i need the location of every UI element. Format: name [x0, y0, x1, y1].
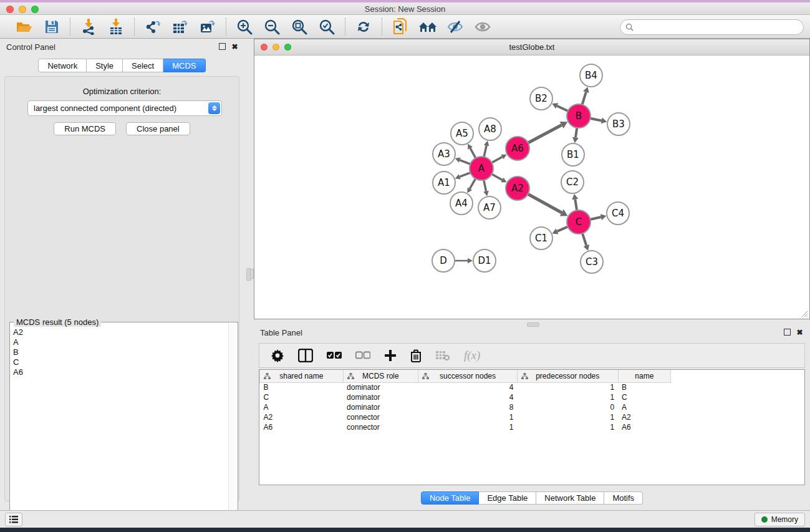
zoom-in-icon[interactable] [235, 17, 254, 36]
graph-node-C4[interactable]: C4 [607, 202, 629, 225]
graph-node-B2[interactable]: B2 [530, 87, 552, 110]
table-cell[interactable]: 1 [418, 422, 518, 432]
resize-grip-icon[interactable] [801, 310, 808, 317]
column-header-name[interactable]: name [618, 370, 670, 382]
table-cell[interactable]: 1 [517, 392, 618, 402]
table-cell[interactable]: 1 [418, 412, 518, 422]
tab-mcds[interactable]: MCDS [163, 59, 205, 72]
table-cell[interactable]: 8 [418, 402, 518, 412]
graph-node-A2[interactable]: A2 [506, 177, 529, 200]
mcds-result-item[interactable]: A6 [13, 367, 226, 377]
table-cell[interactable]: A [260, 402, 344, 412]
table-cell[interactable]: A6 [260, 422, 344, 432]
graph-node-A1[interactable]: A1 [433, 172, 455, 194]
first-neighbors-icon[interactable] [418, 17, 437, 36]
zoom-fit-icon[interactable] [290, 17, 309, 36]
graph-node-A8[interactable]: A8 [479, 118, 501, 140]
graph-node-A3[interactable]: A3 [433, 143, 455, 165]
graph-node-A4[interactable]: A4 [450, 192, 473, 215]
tab-style[interactable]: Style [87, 59, 123, 72]
table-cell[interactable]: A2 [618, 412, 670, 422]
network-graph-canvas[interactable]: B4B2BB3A8A5A6A3B1AA1C2A2A4A7C4CC1C3DD1 [255, 56, 809, 319]
delete-table-icon[interactable] [435, 350, 450, 361]
graph-node-A5[interactable]: A5 [451, 122, 473, 145]
table-cell[interactable]: 1 [517, 422, 618, 432]
export-table-icon[interactable] [171, 17, 190, 36]
graph-node-C2[interactable]: C2 [561, 171, 584, 193]
graph-node-C1[interactable]: C1 [530, 227, 552, 249]
import-table-icon[interactable] [107, 17, 125, 36]
close-panel-icon[interactable]: ✖ [231, 42, 239, 51]
search-input[interactable] [620, 19, 804, 35]
zoom-out-icon[interactable] [263, 17, 281, 36]
select-all-icon[interactable] [327, 351, 342, 360]
table-cell[interactable]: C [618, 392, 670, 402]
column-header-predecessor-nodes[interactable]: predecessor nodes [517, 370, 618, 382]
show-columns-icon[interactable] [298, 349, 313, 362]
network-window-titlebar[interactable]: testGlobe.txt [254, 39, 809, 56]
table-cell[interactable]: A [618, 402, 670, 412]
table-cell[interactable]: C [260, 392, 344, 402]
delete-column-trash-icon[interactable] [410, 349, 422, 362]
table-row[interactable]: A6connector11A6 [260, 422, 671, 432]
result-scrollbar[interactable] [228, 323, 237, 532]
tab-network-table[interactable]: Network Table [536, 491, 604, 505]
close-table-panel-icon[interactable]: ✖ [796, 328, 804, 336]
table-cell[interactable]: 1 [517, 412, 618, 422]
task-history-button[interactable] [5, 513, 22, 526]
tab-select[interactable]: Select [123, 59, 163, 72]
refresh-icon[interactable] [354, 17, 373, 36]
mcds-result-item[interactable]: C [13, 357, 226, 367]
column-header-MCDS-role[interactable]: MCDS role [343, 370, 418, 382]
table-row[interactable]: Cdominator41C [260, 392, 671, 402]
deselect-all-icon[interactable] [355, 351, 370, 360]
graph-node-A7[interactable]: A7 [478, 196, 501, 219]
open-session-icon[interactable] [15, 17, 34, 36]
graph-node-D1[interactable]: D1 [473, 249, 496, 272]
table-cell[interactable]: 4 [418, 392, 518, 402]
float-panel-icon[interactable] [218, 42, 226, 51]
table-cell[interactable]: connector [343, 422, 418, 432]
zoom-selected-icon[interactable] [317, 17, 336, 36]
table-settings-gear-icon[interactable] [271, 349, 284, 362]
tab-motifs[interactable]: Motifs [604, 491, 643, 505]
float-table-panel-icon[interactable] [783, 328, 791, 336]
show-all-icon[interactable] [473, 17, 492, 36]
tab-node-table[interactable]: Node Table [421, 491, 480, 505]
table-cell[interactable]: connector [343, 412, 418, 422]
run-mcds-button[interactable]: Run MCDS [54, 122, 116, 135]
tab-edge-table[interactable]: Edge Table [479, 491, 536, 505]
table-cell[interactable]: dominator [343, 402, 418, 412]
new-network-from-selection-icon[interactable] [391, 17, 410, 36]
graph-node-C3[interactable]: C3 [581, 251, 603, 273]
graph-node-A[interactable]: A [470, 157, 493, 180]
table-row[interactable]: A2connector11A2 [260, 412, 671, 422]
table-cell[interactable]: 4 [418, 382, 518, 392]
tab-network[interactable]: Network [38, 59, 87, 72]
create-column-icon[interactable] [384, 349, 397, 362]
graph-node-B3[interactable]: B3 [607, 113, 630, 135]
table-cell[interactable]: B [618, 382, 670, 392]
function-builder-icon[interactable]: f(x) [464, 349, 480, 362]
export-image-icon[interactable] [198, 17, 217, 36]
column-header-successor-nodes[interactable]: successor nodes [418, 370, 518, 382]
table-cell[interactable]: A2 [260, 412, 344, 422]
save-session-icon[interactable] [42, 17, 61, 36]
table-cell[interactable]: dominator [343, 382, 418, 392]
table-cell[interactable]: dominator [343, 392, 418, 402]
mcds-result-list[interactable]: A2ABCA6 [11, 326, 228, 532]
graph-node-C[interactable]: C [567, 210, 591, 234]
graph-node-B1[interactable]: B1 [562, 143, 584, 166]
memory-button[interactable]: Memory [755, 513, 805, 526]
graph-node-B4[interactable]: B4 [580, 64, 602, 87]
table-cell[interactable]: A6 [618, 422, 670, 432]
table-row[interactable]: Adominator80A [260, 402, 671, 412]
graph-node-D[interactable]: D [432, 249, 455, 272]
close-panel-button[interactable]: Close panel [126, 122, 190, 135]
mcds-result-item[interactable]: A [13, 337, 226, 347]
table-cell[interactable]: 1 [517, 382, 618, 392]
mcds-result-item[interactable]: A2 [13, 327, 226, 337]
import-network-icon[interactable] [79, 17, 98, 36]
table-row[interactable]: Bdominator41B [260, 382, 671, 392]
hide-selected-icon[interactable] [446, 17, 465, 36]
